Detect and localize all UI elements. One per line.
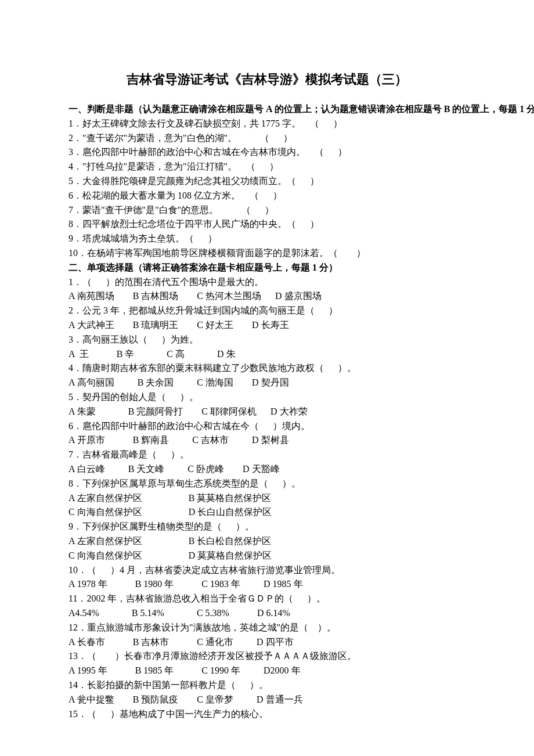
mc-options: A 高句丽国 B 夫余国 C 渤海国 D 契丹国 — [68, 376, 466, 390]
mc-options: A 1978 年 B 1980 年 C 1983 年 D 1985 年 — [68, 577, 466, 592]
page-title: 吉林省导游证考试《吉林导游》模拟考试题（三） — [68, 70, 466, 89]
mc-stem: 4．隋唐时期吉林省东部的粟末靺鞨建立了少数民族地方政权（ ）。 — [68, 361, 466, 376]
tf-item: 9．塔虎城城墙为夯土垒筑。（ ） — [68, 232, 466, 246]
mc-stem: 7．吉林省最高峰是（ ）。 — [68, 448, 466, 462]
tf-item: 4．"打牲乌拉"是蒙语，意为"沿江打猎"。 （ ） — [68, 160, 466, 174]
section2-header: 二、单项选择题（请将正确答案涂在题卡相应题号上，每题 1 分） — [68, 261, 466, 275]
mc-options: A 左家自然保护区 B 长白松自然保护区 C 向海自然保护区 D 莫莫格自然保护… — [68, 534, 466, 563]
mc-options: A 开原市 B 辉南县 C 吉林市 D 梨树县 — [68, 433, 466, 448]
mc-stem: 15．（ ）基地构成了中国一汽生产力的核心。 — [68, 707, 466, 722]
tf-item: 2．"查干诺尔"为蒙语，意为"白色的湖"。 （ ） — [68, 131, 466, 146]
mc-stem: 10．（ ）4 月，吉林省委决定成立吉林省旅行游览事业管理局。 — [68, 563, 466, 578]
tf-item: 3．扈伦四部中叶赫部的政治中心和古城在今吉林市境内。 （ ） — [68, 145, 466, 160]
mc-options: A 大武神王 B 琉璃明王 C 好太王 D 长寿王 — [68, 318, 466, 333]
tf-item: 5．大金得胜陀颂碑是完颜雍为纪念其祖父功绩而立。（ ） — [68, 174, 466, 189]
mc-stem: 11．2002 年，吉林省旅游总收入相当于全省ＧＤＰ的（ ）。 — [68, 592, 466, 606]
section1-items: 1．好太王碑碑文除去行文及碑石缺损空刻，共 1775 字。 （ ） 2．"查干诺… — [68, 117, 466, 261]
mc-options: A4.54% B 5.14% C 5.38% D 6.14% — [68, 606, 466, 621]
mc-stem: 6．扈伦四部中叶赫部的政治中心和古城在今（ ）境内。 — [68, 419, 466, 434]
mc-options: A 1995 年 B 1985 年 C 1990 年 D2000 年 — [68, 664, 466, 678]
mc-options: A 长春市 B 吉林市 C 通化市 D 四平市 — [68, 635, 466, 650]
tf-item: 7．蒙语"查干伊德"是"白食"的意思。 （ ） — [68, 203, 466, 218]
mc-options: A 瓮中捉鳖 B 预防鼠疫 C 皇帝梦 D 普通一兵 — [68, 693, 466, 707]
mc-options: A 朱蒙 B 完颜阿骨打 C 耶律阿保机 D 大祚荣 — [68, 405, 466, 419]
mc-stem: 8．下列保护区属草原与草甸生态系统类型的是（ ）。 — [68, 477, 466, 491]
mc-stem: 2．公元 3 年，把都城从纥升骨城迁到国内城的高句丽王是（ ） — [68, 304, 466, 318]
mc-options: A 王 B 辛 C 高 D 朱 — [68, 347, 466, 362]
section1-header: 一、判断是非题（认为题意正确请涂在相应题号 A 的位置上；认为题意错误请涂在相应… — [68, 102, 466, 117]
mc-options: A 左家自然保护区 B 莫莫格自然保护区 C 向海自然保护区 D 长白山自然保护… — [68, 491, 466, 520]
mc-stem: 3．高句丽王族以（ ）为姓。 — [68, 333, 466, 347]
tf-item: 8．四平解放烈士纪念塔位于四平市人民广场的中央。（ ） — [68, 217, 466, 232]
mc-stem: 5．契丹国的创始人是（ ）。 — [68, 390, 466, 405]
mc-options: A 南苑围场 B 吉林围场 C 热河木兰围场 D 盛京围场 — [68, 289, 466, 304]
exam-page: 吉林省导游证考试《吉林导游》模拟考试题（三） 一、判断是非题（认为题意正确请涂在… — [0, 0, 534, 756]
mc-stem: 13．（ ）长春市净月潭旅游经济开发区被授予ＡＡＡＡ级旅游区。 — [68, 649, 466, 664]
mc-options: A 白云峰 B 天文峰 C 卧虎峰 D 天豁峰 — [68, 462, 466, 477]
tf-item: 1．好太王碑碑文除去行文及碑石缺损空刻，共 1775 字。 （ ） — [68, 117, 466, 131]
section2-questions: 1．（ ）的范围在清代五个围场中是最大的。 A 南苑围场 B 吉林围场 C 热河… — [68, 275, 466, 722]
mc-stem: 12．重点旅游城市形象设计为"满族故地，英雄之城"的是（ ）。 — [68, 621, 466, 635]
tf-item: 10．在杨靖宇将军殉国地前导区牌楼横额背面题字的是郭沫若。（ ） — [68, 246, 466, 261]
mc-stem: 14．长影拍摄的新中国第一部科教片是（ ）。 — [68, 678, 466, 693]
mc-stem: 9．下列保护区属野生植物类型的是（ ）。 — [68, 520, 466, 534]
tf-item: 6．松花湖的最大蓄水量为 108 亿立方米。 （ ） — [68, 189, 466, 203]
mc-stem: 1．（ ）的范围在清代五个围场中是最大的。 — [68, 275, 466, 290]
